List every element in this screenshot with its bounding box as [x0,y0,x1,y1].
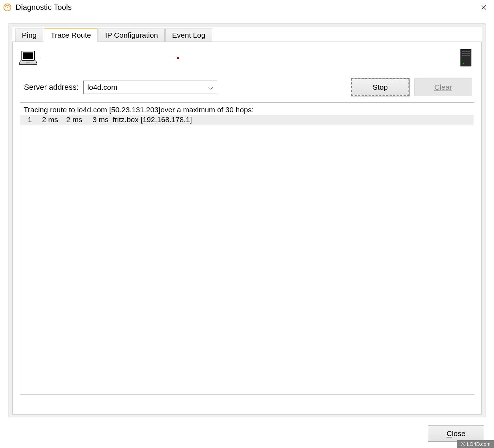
chevron-down-icon [208,83,213,92]
route-visual [18,45,476,70]
tab-event-log[interactable]: Event Log [165,29,212,42]
server-address-label: Server address: [24,83,78,92]
svg-point-1 [7,7,8,8]
tab-trace-route[interactable]: Trace Route [44,29,98,42]
svg-rect-6 [26,62,30,63]
close-label-rest: lose [452,429,466,437]
app-icon [3,3,12,12]
server-address-value: lo4d.com [87,83,117,92]
trace-route-panel: Server address: lo4d.com Stop Clear Trac… [12,42,482,415]
svg-rect-10 [462,55,470,56]
tab-bar: Ping Trace Route IP Configuration Event … [12,27,482,42]
titlebar: Diagnostic Tools [0,0,494,15]
dialog-body: Ping Trace Route IP Configuration Event … [8,23,486,417]
svg-rect-8 [462,51,470,52]
route-progress-dot [177,57,179,59]
close-button[interactable]: Close [428,425,484,442]
svg-rect-5 [23,52,33,59]
tab-ping[interactable]: Ping [15,29,43,42]
svg-point-11 [463,63,464,64]
server-icon [456,49,476,66]
server-address-combo[interactable]: lo4d.com [83,81,217,94]
output-row: 1 2 ms 2 ms 3 ms fritz.box [192.168.178.… [20,115,474,125]
dialog-footer: Close [428,425,484,442]
stop-button[interactable]: Stop [351,78,409,96]
window-close-button[interactable] [476,0,491,15]
trace-output[interactable]: Tracing route to lo4d.com [50.23.131.203… [20,102,474,395]
watermark: LO4D.com [457,440,494,448]
window-title: Diagnostic Tools [15,3,476,12]
close-mnemonic: C [446,429,452,437]
tab-ip-configuration[interactable]: IP Configuration [99,29,165,42]
route-line [41,58,453,58]
clear-button: Clear [414,78,472,96]
svg-rect-9 [462,53,470,54]
output-header: Tracing route to lo4d.com [50.23.131.203… [20,105,474,115]
laptop-icon [18,49,38,66]
controls-row: Server address: lo4d.com Stop Clear [18,76,476,102]
